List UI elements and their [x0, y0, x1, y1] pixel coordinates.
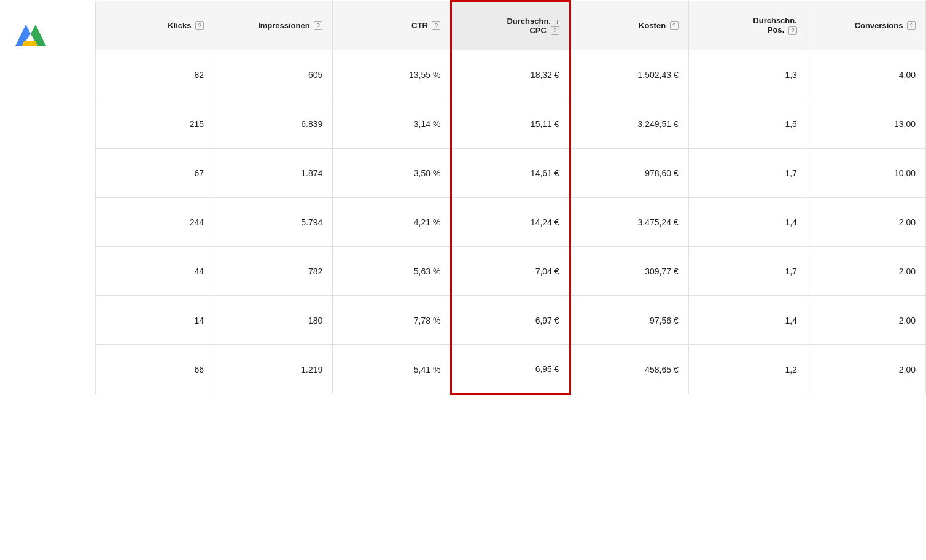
cell-durchschn_pos-row-0: 1,3	[688, 50, 807, 99]
cell-durchschn_pos-row-3: 1,4	[688, 198, 807, 247]
col-label-kosten: Kosten	[639, 21, 666, 30]
page-wrapper: Klicks ? Impressionen ? CTR ? Durchschn.…	[0, 0, 926, 560]
cell-durchschn_pos-row-6: 1,2	[688, 345, 807, 394]
col-label-conversions: Conversions	[855, 21, 903, 30]
cell-conversions-row-5: 2,00	[807, 296, 925, 345]
cell-ctr-row-0: 13,55 %	[333, 50, 451, 99]
table-row: 2156.8393,14 %15,11 €3.249,51 €1,513,00	[96, 99, 926, 149]
table-row: 141807,78 %6,97 €97,56 €1,42,00	[96, 296, 926, 345]
col-label-ctr: CTR	[411, 21, 428, 30]
cell-impressionen-row-4: 782	[214, 247, 333, 296]
cell-kosten-row-2: 978,60 €	[570, 149, 688, 198]
cell-conversions-row-0: 4,00	[807, 50, 925, 99]
cell-impressionen-row-0: 605	[214, 50, 333, 99]
sort-arrow-icon: ↓	[556, 17, 559, 26]
col-header-kosten[interactable]: Kosten ?	[570, 1, 688, 50]
cell-conversions-row-4: 2,00	[807, 247, 925, 296]
cell-kosten-row-4: 309,77 €	[570, 247, 688, 296]
table-row: 447825,63 %7,04 €309,77 €1,72,00	[96, 247, 926, 296]
col-header-ctr[interactable]: CTR ?	[333, 1, 451, 50]
cell-klicks-row-1: 215	[96, 99, 214, 149]
cell-impressionen-row-5: 180	[214, 296, 333, 345]
cell-klicks-row-5: 14	[96, 296, 214, 345]
table-row: 8260513,55 %18,32 €1.502,43 €1,34,00	[96, 50, 926, 99]
cell-ctr-row-5: 7,78 %	[333, 296, 451, 345]
help-icon-conversions[interactable]: ?	[907, 21, 916, 30]
help-icon-ctr[interactable]: ?	[432, 21, 440, 30]
cell-klicks-row-0: 82	[96, 50, 214, 99]
help-icon-durchschn-cpc[interactable]: ?	[551, 26, 559, 35]
cell-klicks-row-6: 66	[96, 345, 214, 394]
cell-ctr-row-4: 5,63 %	[333, 247, 451, 296]
table-row: 2445.7944,21 %14,24 €3.475,24 €1,42,00	[96, 198, 926, 247]
cell-durchschn_cpc-row-3: 14,24 €	[451, 198, 570, 247]
col-label-impressionen: Impressionen	[258, 21, 310, 30]
cell-ctr-row-6: 5,41 %	[333, 345, 451, 394]
col-header-durchschn-pos[interactable]: Durchschn.Pos. ?	[688, 1, 807, 50]
data-table: Klicks ? Impressionen ? CTR ? Durchschn.…	[95, 0, 926, 395]
cell-durchschn_pos-row-2: 1,7	[688, 149, 807, 198]
cell-kosten-row-0: 1.502,43 €	[570, 50, 688, 99]
cell-durchschn_pos-row-4: 1,7	[688, 247, 807, 296]
cell-klicks-row-3: 244	[96, 198, 214, 247]
table-container: Klicks ? Impressionen ? CTR ? Durchschn.…	[95, 0, 926, 395]
cell-durchschn_cpc-row-5: 6,97 €	[451, 296, 570, 345]
logo-area	[6, 6, 55, 55]
col-header-klicks[interactable]: Klicks ?	[96, 1, 214, 50]
google-ads-logo-icon	[12, 12, 49, 49]
cell-impressionen-row-2: 1.874	[214, 149, 333, 198]
cell-durchschn_cpc-row-0: 18,32 €	[451, 50, 570, 99]
cell-klicks-row-2: 67	[96, 149, 214, 198]
table-row: 671.8743,58 %14,61 €978,60 €1,710,00	[96, 149, 926, 198]
cell-durchschn_cpc-row-2: 14,61 €	[451, 149, 570, 198]
table-body: 8260513,55 %18,32 €1.502,43 €1,34,002156…	[96, 50, 926, 394]
col-label-klicks: Klicks	[168, 21, 191, 30]
cell-kosten-row-5: 97,56 €	[570, 296, 688, 345]
cell-durchschn_cpc-row-6: 6,95 €	[451, 345, 570, 394]
help-icon-klicks[interactable]: ?	[195, 21, 204, 30]
help-icon-kosten[interactable]: ?	[670, 21, 679, 30]
cell-impressionen-row-3: 5.794	[214, 198, 333, 247]
cell-impressionen-row-6: 1.219	[214, 345, 333, 394]
table-row: 661.2195,41 %6,95 €458,65 €1,22,00	[96, 345, 926, 394]
col-header-conversions[interactable]: Conversions ?	[807, 1, 925, 50]
cell-impressionen-row-1: 6.839	[214, 99, 333, 149]
cell-conversions-row-1: 13,00	[807, 99, 925, 149]
cell-kosten-row-1: 3.249,51 €	[570, 99, 688, 149]
cell-conversions-row-3: 2,00	[807, 198, 925, 247]
cell-durchschn_pos-row-1: 1,5	[688, 99, 807, 149]
cell-conversions-row-2: 10,00	[807, 149, 925, 198]
cell-ctr-row-2: 3,58 %	[333, 149, 451, 198]
cell-klicks-row-4: 44	[96, 247, 214, 296]
cell-ctr-row-1: 3,14 %	[333, 99, 451, 149]
col-header-durchschn-cpc[interactable]: Durchschn. ↓CPC ?	[451, 1, 570, 50]
cell-kosten-row-6: 458,65 €	[570, 345, 688, 394]
help-icon-durchschn-pos[interactable]: ?	[788, 26, 797, 35]
cell-durchschn_pos-row-5: 1,4	[688, 296, 807, 345]
cell-durchschn_cpc-row-1: 15,11 €	[451, 99, 570, 149]
cell-durchschn_cpc-row-4: 7,04 €	[451, 247, 570, 296]
table-header-row: Klicks ? Impressionen ? CTR ? Durchschn.…	[96, 1, 926, 50]
col-header-impressionen[interactable]: Impressionen ?	[214, 1, 333, 50]
cell-conversions-row-6: 2,00	[807, 345, 925, 394]
cell-ctr-row-3: 4,21 %	[333, 198, 451, 247]
help-icon-impressionen[interactable]: ?	[314, 21, 322, 30]
cell-kosten-row-3: 3.475,24 €	[570, 198, 688, 247]
